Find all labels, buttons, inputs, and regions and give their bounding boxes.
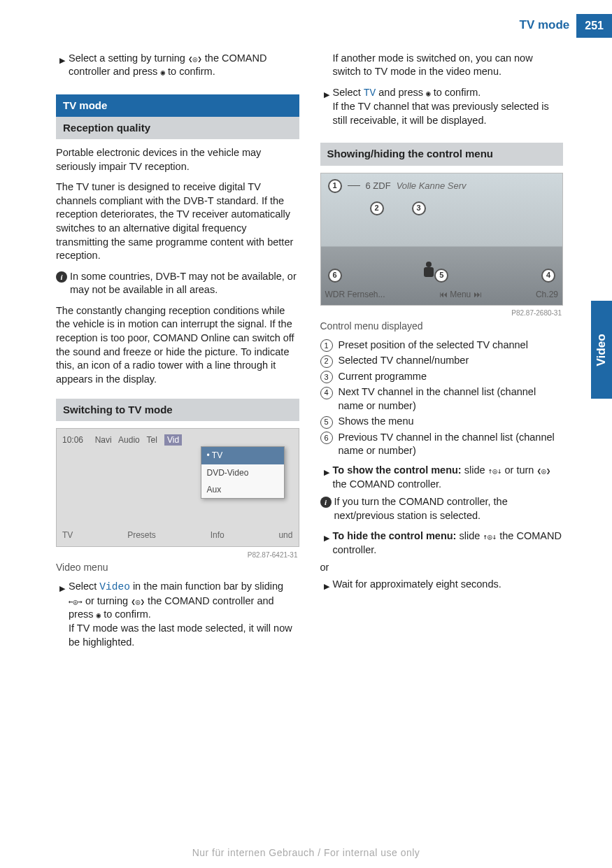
shot-btn-und: und [278,529,292,541]
legend-num-3: 3 [320,371,333,383]
shot-menu-aux: Aux [201,481,284,498]
shot2-prev-channel: WDR Fernseh... [325,289,385,300]
text: If TV mode was the last mode selected, i… [69,622,299,649]
subsection-switching-tv: Switching to TV mode [56,399,299,421]
shot2-menu: Menu [450,290,471,299]
subsection-reception-quality: Reception quality [56,117,299,139]
info-icon: i [56,271,67,283]
callout-2: 2 [370,201,384,215]
step-hide-control-menu: ▶ To hide the control menu: slide ↑◎↓ th… [320,529,564,557]
legend-text: Preset position of the selected TV chann… [339,339,528,353]
side-tab-video: Video [591,301,612,399]
section-tv-mode: TV mode [56,94,299,117]
triangle-icon: ▶ [324,90,329,99]
text: the COMAND controller. [333,478,442,490]
text: to confirm. [431,87,481,98]
step-select-setting: ▶ Select a setting by turning ❮◎❯ the CO… [56,52,299,79]
legend-text: Shows the menu [339,415,414,429]
text: in the main function bar by sliding [130,581,283,592]
page-header: TV mode 251 [0,14,612,38]
shot-btn-tv: TV [62,529,73,541]
header-section-title: TV mode [520,17,577,34]
step-select-video: ▶ Select Video in the main function bar … [56,580,299,649]
term-tv: TV [364,87,376,99]
callout-3: 3 [412,201,426,215]
shot-menu-dvd: DVD-Video [201,464,284,481]
slide-vertical-icon: ↑◎↓ [488,467,502,476]
bold-text: To hide the control menu: [333,530,457,541]
triangle-icon: ▶ [59,56,65,64]
shot-time: 10:06 [62,435,83,445]
text: or turn [501,464,536,476]
term-video: Video [99,581,130,592]
legend-row: 5Shows the menu [320,415,564,429]
page-number: 251 [576,14,612,38]
shot-audio: Audio [118,435,140,445]
legend-row: 3Current programme [320,370,564,384]
slide-vertical-icon: ↑◎↓ [483,532,497,541]
figure-tag: P82.87-6421-31 [248,550,298,560]
text: slide [462,464,488,476]
figure-video-menu: 10:06 Navi Audio Tel Vid • TV DVD-Video … [56,428,299,547]
text: Select [333,87,364,98]
legend-num-6: 6 [320,432,333,444]
next-track-icon: ⏭ [474,290,482,299]
legend-num-2: 2 [320,355,333,368]
step-wait: ▶ Wait for approximately eight seconds. [320,578,564,593]
or-text: or [320,561,564,575]
prev-track-icon: ⏮ [439,290,448,299]
shot-btn-info: Info [211,529,225,541]
legend-text: Previous TV channel in the channel list … [339,431,564,458]
legend-num-1: 1 [320,339,333,352]
text: If the TV channel that was previously se… [333,100,564,127]
legend-row: 6Previous TV channel in the channel list… [320,431,564,458]
triangle-icon: ▶ [324,468,329,476]
legend-text: Selected TV channel/number [339,354,469,368]
triangle-icon: ▶ [324,534,329,542]
paragraph: If another mode is switched on, you can … [320,52,564,79]
legend-row: 1Preset position of the selected TV chan… [320,339,564,353]
triangle-icon: ▶ [324,582,329,590]
press-icon: ◉ [160,68,165,77]
slide-controller-icon: ←◎→ [69,597,83,606]
step-show-control-menu: ▶ To show the control menu: slide ↑◎↓ or… [320,464,564,491]
info-note: i If you turn the COMAND controller, the… [320,495,564,522]
info-text: In some countries, DVB-T may not be avai… [70,270,299,297]
shot-btn-presets: Presets [127,529,156,541]
step-select-tv: ▶ Select TV and press ◉ to confirm. If t… [320,86,564,128]
turn-controller-icon: ❮◎❯ [536,467,550,476]
callout-4: 4 [541,269,555,283]
figure-caption: Control menu displayed [320,320,564,333]
callout-6: 6 [328,269,342,283]
shot2-programme: Volle Kanne Serv [397,180,467,192]
text: Select [69,581,99,592]
triangle-icon: ▶ [59,584,65,592]
callout-5: 5 [434,269,448,283]
paragraph: The TV tuner is designed to receive digi… [56,180,299,262]
shot-tel: Tel [147,435,157,445]
text: and press [376,87,426,98]
text: Wait for approximately eight seconds. [333,578,564,593]
text: slide [456,530,483,541]
shot-menu-tv: • TV [201,447,284,464]
text: to confirm. [165,66,215,77]
watermark: Nur für internen Gebrauch / For internal… [0,846,612,860]
paragraph: The constantly changing reception condit… [56,304,299,386]
info-icon: i [320,497,332,508]
legend-row: 2Selected TV channel/number [320,354,564,368]
legend-num-4: 4 [320,387,333,399]
turn-controller-icon: ❮◎❯ [188,55,202,64]
figure-tag: P82.87-2680-31 [511,308,562,318]
shot-dropdown: • TV DVD-Video Aux [201,446,285,499]
legend-text: Current programme [339,370,427,384]
text: Select a setting by turning [69,52,188,64]
legend-row: 4Next TV channel in the channel list (ch… [320,385,564,413]
callout-1: 1 [328,179,342,193]
turn-controller-icon: ❮◎❯ [131,597,145,606]
press-icon: ◉ [426,89,431,98]
figure-control-menu: 1 6 ZDF Volle Kanne Serv 2 3 6 5 4 [320,173,564,306]
side-tab-label: Video [594,334,610,366]
paragraph: Portable electronic devices in the vehic… [56,146,299,173]
text: or turning [83,595,131,606]
shot2-channel: Ch.29 [536,289,558,300]
